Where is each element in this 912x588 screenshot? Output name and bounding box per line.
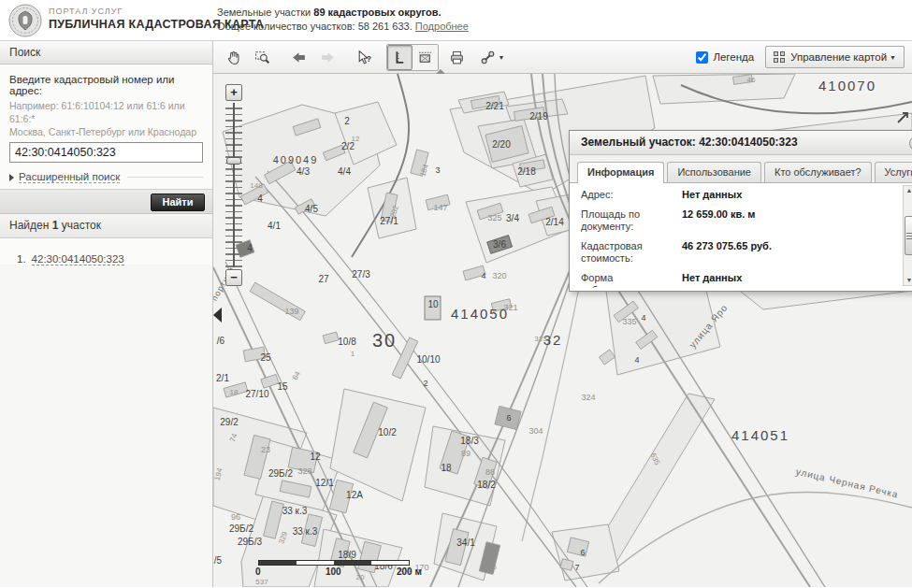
advanced-search-link[interactable]: Расширенный поиск: [19, 171, 120, 183]
map-controls-button[interactable]: Управление картой ▼: [765, 46, 905, 68]
map-parcel-label: 321: [503, 303, 517, 312]
forward-button[interactable]: [315, 45, 340, 70]
map-parcel-label: 147: [433, 203, 447, 212]
find-strip: Найти: [0, 189, 212, 214]
identify-cursor-icon: ?: [356, 50, 372, 65]
search-panel-title: Поиск: [0, 41, 212, 65]
header-stats: Земельные участки 89 кадастровых округов…: [217, 6, 469, 34]
tools-dropdown-button[interactable]: ▼: [473, 45, 511, 70]
map-parcel-label: 335: [622, 317, 636, 326]
map-parcel-label: 23: [261, 445, 270, 454]
popup-tab[interactable]: Услуги: [875, 162, 912, 183]
scroll-up-icon[interactable]: ▲: [906, 186, 912, 195]
portal-logo-icon: [7, 3, 43, 38]
map-parcel-label: /5: [214, 555, 223, 566]
map-parcel-label: 27: [318, 274, 329, 284]
measure-path-icon: [480, 50, 496, 65]
map-toolbar: ?: [213, 41, 912, 74]
map-parcel-label: 12/1: [315, 478, 334, 488]
popup-tab[interactable]: Использование: [667, 162, 761, 183]
map-parcel-label: 2/2: [341, 141, 355, 151]
legend-checkbox[interactable]: [696, 51, 708, 64]
map-parcel-label: 324: [581, 393, 595, 402]
map-parcel-label: 148: [250, 181, 263, 190]
results-header: Найден 1 участок: [0, 214, 212, 238]
map-parcel-label: 29Б/2: [229, 523, 253, 534]
zoom-box-button[interactable]: [250, 45, 275, 70]
map-parcel-label: 34/1: [456, 538, 475, 548]
popup-row-label: Форма собственности:: [581, 272, 682, 288]
map-parcel-label: 18/9: [338, 550, 356, 560]
map-parcel-label: 18/2: [477, 480, 496, 490]
map-parcel-label: 4/4: [338, 166, 351, 177]
map-parcel-label: 12А: [346, 490, 363, 500]
map-parcel-label: 33 к.3: [282, 506, 308, 516]
map-parcel-label: 2/20: [492, 139, 511, 150]
print-icon: [449, 50, 465, 65]
search-sidebar: Поиск Введите кадастровый номер или адре…: [0, 41, 213, 587]
result-link[interactable]: 42:30:0414050:323: [32, 253, 124, 265]
forward-arrow-icon: [320, 50, 336, 65]
popup-tab[interactable]: Кто обслуживает?: [764, 162, 872, 183]
zoom-slider-handle[interactable]: [226, 157, 241, 165]
popup-tab[interactable]: Информация: [577, 162, 664, 183]
map-parcel-label: 25: [260, 352, 271, 363]
map-parcel-label: 27/10: [245, 389, 268, 399]
map-parcel-label: 29/2: [220, 417, 239, 427]
map-parcel-label: 33 к.3: [293, 526, 318, 537]
map-parcel-label: 2/21: [485, 101, 504, 111]
map-parcel-label: 4: [481, 271, 485, 280]
map-parcel-label: 30: [372, 330, 397, 351]
map-parcel-label: 3/4: [506, 213, 519, 223]
zoom-slider-track[interactable]: [225, 103, 242, 267]
measure-length-button[interactable]: [387, 45, 413, 70]
scale-bar: 0 100 200 м: [258, 560, 410, 577]
scroll-down-icon[interactable]: ▼: [906, 276, 912, 285]
popup-row-label: Площадь по документу:: [581, 208, 682, 233]
search-input[interactable]: [9, 142, 203, 163]
map-controls-label: Управление картой: [790, 51, 887, 63]
popup-row-value: 46 273 075.65 руб.: [682, 240, 895, 265]
zoom-out-button[interactable]: −: [225, 269, 242, 286]
measure-area-button[interactable]: [413, 45, 438, 70]
popup-body: Адрес:Нет данныхПлощадь по документу:12 …: [570, 182, 912, 288]
map-parcel-label: 18/3: [460, 436, 479, 446]
map-parcel-label: 320: [492, 271, 506, 280]
map-parcel-label: 139: [284, 307, 298, 316]
map-parcel-label: 2/19: [529, 111, 548, 122]
map-column: ?: [213, 41, 912, 587]
map-parcel-label: 4: [257, 194, 263, 204]
map-parcel-label: 4: [641, 313, 645, 323]
search-hint-example: Например: 61:6:10104:12 или 61:6 или 61:…: [9, 99, 203, 125]
parcel-info-popup: Земельный участок: 42:30:0414050:323 ✕ И…: [569, 130, 912, 292]
map-parcel-label: /6: [217, 336, 225, 346]
map-parcel-label: 15: [277, 381, 288, 392]
zoom-in-button[interactable]: +: [225, 84, 242, 101]
measure-area-icon: [417, 50, 433, 65]
map-parcel-label: 2/1: [216, 373, 229, 383]
map-parcel-label: 29Б/2: [268, 468, 293, 479]
map-parcel-label: 18: [230, 388, 239, 396]
map-parcel-label: 10: [427, 299, 439, 309]
map-parcel-label: 3/6: [493, 239, 506, 250]
scroll-thumb[interactable]: [905, 216, 912, 255]
pan-hand-icon: [225, 50, 241, 65]
measure-length-icon: [392, 50, 408, 65]
map-parcel-label: 7: [574, 563, 579, 572]
print-button[interactable]: [444, 45, 470, 70]
page: ПОРТАЛ УСЛУГ ПУБЛИЧНАЯ КАДАСТРОВАЯ КАРТА…: [0, 0, 912, 588]
advanced-search-arrow-icon: [9, 174, 14, 181]
legend-label[interactable]: Легенда: [713, 51, 754, 63]
pan-hand-button[interactable]: [221, 45, 246, 70]
layers-grid-icon: [774, 51, 785, 63]
identify-button[interactable]: ?: [352, 45, 377, 70]
back-button[interactable]: [286, 45, 311, 70]
popup-row-value: Нет данных: [682, 189, 895, 201]
map-parcel-label: 27/1: [380, 216, 398, 226]
details-link[interactable]: Подробнее: [415, 21, 469, 32]
sidebar-collapse-handle[interactable]: [213, 308, 222, 323]
stats-line2: Общее количество участков: 58 261 633. П…: [217, 20, 469, 34]
popup-scrollbar[interactable]: ▲ ▼: [903, 185, 912, 286]
find-button[interactable]: Найти: [151, 194, 205, 211]
map-resize-handle-icon[interactable]: [896, 111, 909, 124]
